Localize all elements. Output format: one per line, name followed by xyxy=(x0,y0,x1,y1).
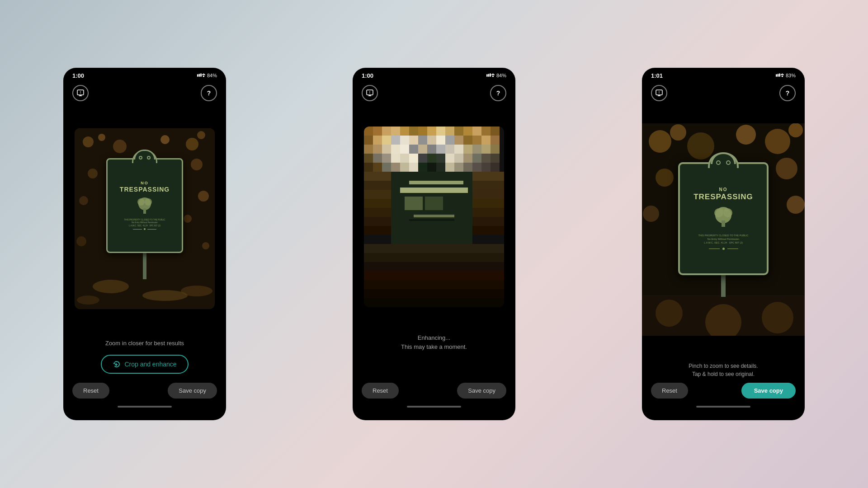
reset-btn-3[interactable]: Reset xyxy=(651,383,688,399)
svg-rect-124 xyxy=(364,172,391,181)
svg-rect-103 xyxy=(373,163,382,172)
svg-rect-74 xyxy=(382,145,391,154)
svg-rect-72 xyxy=(364,145,373,154)
battery-1: 84% xyxy=(207,73,217,78)
svg-rect-149 xyxy=(778,74,779,76)
svg-rect-58 xyxy=(373,136,382,145)
help-icon-2: ? xyxy=(496,89,500,97)
action-buttons-1: Reset Save copy xyxy=(63,383,226,399)
svg-point-159 xyxy=(670,124,686,141)
svg-rect-50 xyxy=(436,127,445,136)
svg-rect-34 xyxy=(490,74,491,77)
sign-image-1: NO TRESPASSING THIS PR xyxy=(75,128,215,309)
svg-point-14 xyxy=(186,138,198,150)
save-btn-1[interactable]: Save copy xyxy=(168,383,217,399)
svg-rect-79 xyxy=(427,145,436,154)
svg-rect-134 xyxy=(364,217,391,226)
bottom-section-3: Pinch to zoom to see details. Tap & hold… xyxy=(642,354,805,420)
svg-point-16 xyxy=(88,169,98,178)
crop-enhance-btn[interactable]: Crop and enhance xyxy=(101,355,188,374)
home-indicator-3 xyxy=(696,406,750,408)
svg-rect-114 xyxy=(481,163,491,172)
svg-rect-144 xyxy=(364,298,504,307)
svg-rect-85 xyxy=(481,145,491,154)
svg-point-18 xyxy=(79,196,88,205)
svg-rect-91 xyxy=(400,154,409,163)
image-area-1: NO TRESPASSING THIS PR xyxy=(63,105,226,332)
svg-rect-148 xyxy=(776,74,777,76)
svg-rect-48 xyxy=(418,127,427,136)
svg-rect-110 xyxy=(445,163,454,172)
svg-rect-1 xyxy=(199,74,200,76)
svg-rect-78 xyxy=(418,145,427,154)
svg-point-171 xyxy=(762,302,793,333)
svg-rect-89 xyxy=(382,154,391,163)
image-area-3[interactable]: NO TRESPASSING xyxy=(642,105,805,354)
svg-rect-31 xyxy=(143,208,146,214)
svg-rect-109 xyxy=(436,163,445,172)
status-icons-2: 84% xyxy=(486,71,506,80)
report-btn-2[interactable]: ! xyxy=(362,85,378,101)
svg-rect-57 xyxy=(364,136,373,145)
svg-rect-86 xyxy=(491,145,500,154)
report-btn-3[interactable]: ! xyxy=(651,85,667,101)
time-1: 1:00 xyxy=(72,72,84,79)
reset-btn-1[interactable]: Reset xyxy=(72,383,109,399)
svg-rect-101 xyxy=(491,154,500,163)
svg-rect-64 xyxy=(427,136,436,145)
svg-rect-142 xyxy=(364,280,504,289)
svg-rect-49 xyxy=(427,127,436,136)
time-3: 1:01 xyxy=(651,72,663,79)
svg-rect-106 xyxy=(400,163,409,172)
svg-rect-59 xyxy=(382,136,391,145)
svg-rect-145 xyxy=(391,154,400,163)
phone-3: 1:01 83% xyxy=(642,68,805,420)
status-icons-1: 84% xyxy=(197,71,217,80)
svg-rect-107 xyxy=(418,163,427,172)
svg-rect-47 xyxy=(409,127,418,136)
time-2: 1:00 xyxy=(362,72,373,79)
svg-point-20 xyxy=(184,215,192,223)
svg-rect-93 xyxy=(418,154,427,163)
battery-3: 83% xyxy=(786,73,796,78)
svg-rect-56 xyxy=(491,127,500,136)
svg-point-151 xyxy=(782,75,783,77)
help-btn-2[interactable]: ? xyxy=(490,85,506,101)
svg-rect-175 xyxy=(722,221,725,227)
help-btn-3[interactable]: ? xyxy=(779,85,796,101)
svg-point-3 xyxy=(203,75,205,77)
svg-rect-127 xyxy=(472,181,504,190)
svg-rect-82 xyxy=(454,145,463,154)
save-btn-3-active[interactable]: Save copy xyxy=(741,383,796,399)
help-btn-1[interactable]: ? xyxy=(201,85,217,101)
svg-rect-83 xyxy=(463,145,472,154)
svg-rect-76 xyxy=(400,145,409,154)
svg-point-24 xyxy=(142,290,188,301)
svg-rect-36 xyxy=(492,74,494,75)
svg-point-169 xyxy=(656,300,683,327)
phones-container: 1:00 84% xyxy=(0,0,868,488)
svg-rect-97 xyxy=(454,154,463,163)
svg-rect-32 xyxy=(486,74,488,76)
reset-btn-2[interactable]: Reset xyxy=(362,383,399,399)
svg-rect-137 xyxy=(472,226,504,235)
image-area-2 xyxy=(353,105,515,329)
svg-rect-52 xyxy=(454,127,463,136)
hint-2: Enhancing... This may take a moment. xyxy=(392,329,476,356)
svg-rect-65 xyxy=(436,136,445,145)
svg-rect-118 xyxy=(409,181,463,184)
svg-rect-43 xyxy=(373,127,382,136)
hint-3: Pinch to zoom to see details. Tap & hold… xyxy=(679,357,767,383)
svg-point-23 xyxy=(93,280,129,293)
save-btn-2[interactable]: Save copy xyxy=(457,383,506,399)
svg-rect-70 xyxy=(481,136,491,145)
report-btn-1[interactable]: ! xyxy=(72,85,89,101)
help-icon-3: ? xyxy=(786,89,790,97)
svg-point-19 xyxy=(198,191,209,202)
phone-2: 1:00 84% xyxy=(353,68,515,420)
svg-rect-75 xyxy=(391,145,400,154)
svg-rect-141 xyxy=(364,271,504,280)
svg-rect-45 xyxy=(391,127,400,136)
svg-rect-104 xyxy=(382,163,391,172)
sign-board-1: NO TRESPASSING THIS PR xyxy=(106,158,183,253)
